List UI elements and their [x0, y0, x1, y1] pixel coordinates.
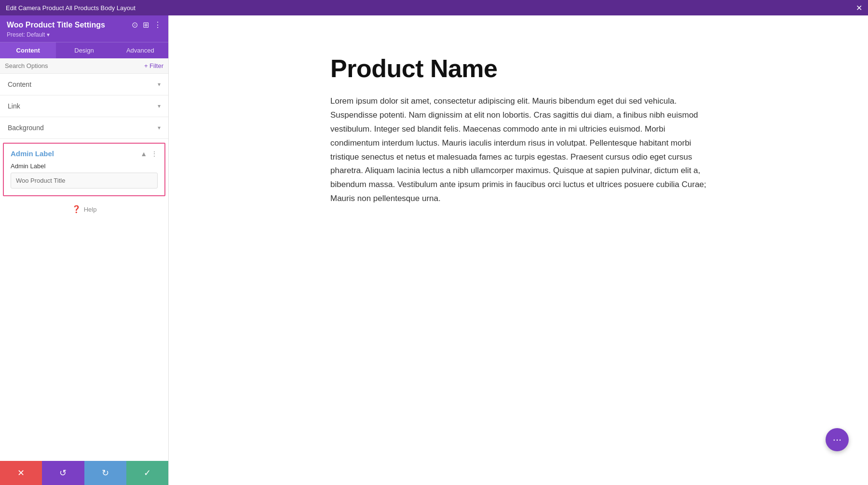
tab-design[interactable]: Design: [56, 42, 112, 58]
search-input[interactable]: [5, 62, 144, 69]
sidebar: Woo Product Title Settings ⊙ ⊞ ⋮ Preset:…: [0, 15, 169, 485]
close-icon[interactable]: ✕: [856, 3, 862, 13]
sidebar-footer: ✕ ↺ ↻ ✓: [0, 461, 168, 485]
admin-label-more-icon[interactable]: ⋮: [151, 150, 158, 158]
filter-button[interactable]: + Filter: [144, 62, 163, 69]
undo-button[interactable]: ↺: [42, 461, 84, 485]
top-bar-title: Edit Camera Product All Products Body La…: [6, 4, 136, 12]
settings-icon[interactable]: ⊙: [132, 20, 138, 29]
chevron-down-icon-bg: ▾: [158, 124, 161, 131]
top-bar: Edit Camera Product All Products Body La…: [0, 0, 868, 15]
columns-icon[interactable]: ⊞: [143, 20, 149, 29]
redo-button[interactable]: ↻: [84, 461, 126, 485]
cancel-button[interactable]: ✕: [0, 461, 42, 485]
sidebar-content: Content ▾ Link ▾ Background ▾: [0, 74, 168, 461]
accordion-link-label: Link: [8, 102, 20, 110]
sidebar-tabs: Content Design Advanced: [0, 42, 168, 58]
tab-content[interactable]: Content: [0, 42, 56, 58]
more-icon[interactable]: ⋮: [154, 20, 162, 29]
sidebar-title: Woo Product Title Settings: [7, 21, 105, 29]
sidebar-header-top: Woo Product Title Settings ⊙ ⊞ ⋮: [7, 20, 162, 29]
admin-label-section: Admin Label ▲ ⋮ Admin Label: [3, 143, 165, 196]
content-area: Product Name Lorem ipsum dolor sit amet,…: [169, 15, 868, 485]
accordion-background-label: Background: [8, 124, 44, 132]
sidebar-header: Woo Product Title Settings ⊙ ⊞ ⋮ Preset:…: [0, 15, 168, 42]
accordion-background: Background ▾: [0, 117, 168, 139]
admin-label-icons: ▲ ⋮: [140, 150, 158, 158]
admin-label-title: Admin Label: [11, 149, 54, 158]
accordion-link-header[interactable]: Link ▾: [0, 95, 168, 117]
tab-advanced[interactable]: Advanced: [112, 42, 168, 58]
admin-label-body: Admin Label: [4, 162, 164, 195]
accordion-content-header[interactable]: Content ▾: [0, 74, 168, 95]
accordion-content-label: Content: [8, 81, 31, 88]
collapse-icon[interactable]: ▲: [140, 150, 147, 158]
preset-label[interactable]: Preset: Default ▾: [7, 31, 162, 38]
product-description: Lorem ipsum dolor sit amet, consectetur …: [330, 94, 706, 206]
search-bar: + Filter: [0, 58, 168, 74]
chevron-down-icon-link: ▾: [158, 103, 161, 109]
product-name: Product Name: [330, 54, 706, 83]
main-layout: Woo Product Title Settings ⊙ ⊞ ⋮ Preset:…: [0, 15, 868, 485]
admin-label-input[interactable]: [11, 173, 158, 189]
help-section[interactable]: ❓ Help: [0, 200, 168, 218]
fab-button[interactable]: ···: [826, 428, 849, 451]
accordion-link: Link ▾: [0, 95, 168, 117]
accordion-content: Content ▾: [0, 74, 168, 95]
save-button[interactable]: ✓: [126, 461, 168, 485]
chevron-down-icon: ▾: [158, 81, 161, 88]
help-icon: ❓: [72, 205, 81, 214]
admin-label-field-label: Admin Label: [11, 162, 158, 170]
product-content: Product Name Lorem ipsum dolor sit amet,…: [330, 54, 706, 206]
accordion-background-header[interactable]: Background ▾: [0, 117, 168, 138]
sidebar-header-icons: ⊙ ⊞ ⋮: [132, 20, 162, 29]
admin-label-header: Admin Label ▲ ⋮: [4, 144, 164, 162]
help-label: Help: [84, 206, 97, 213]
